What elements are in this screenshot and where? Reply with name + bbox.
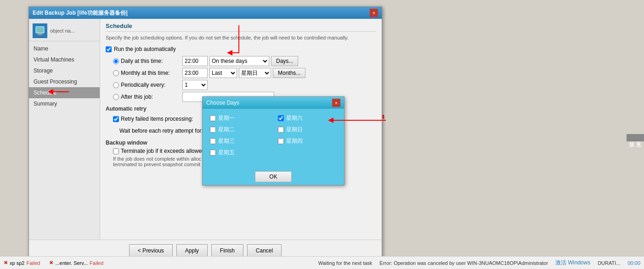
duration-label: DURATI... [598,260,620,266]
status-right: Waiting for the next task Error: Operati… [318,259,640,267]
day-input-星期日[interactable] [278,127,284,133]
day-checkbox-星期五: 星期五 [210,149,269,157]
nav-item-summary[interactable]: Summary [29,98,100,109]
activate-windows: 激活 Windows [555,259,590,267]
vm-label: object na... [50,28,75,34]
ok-button[interactable]: OK [255,171,292,182]
daily-radio[interactable] [113,58,119,64]
periodically-radio[interactable] [113,82,119,88]
day-label-星期日: 星期日 [286,126,303,134]
dialog-titlebar: Edit Backup Job [life功能服务器备份] × [29,7,382,19]
monthly-time-input[interactable] [182,68,208,78]
dialog-title: Edit Backup Job [life功能服务器备份] [33,9,128,17]
retry-failed-label: Retry failed items processing: [121,116,213,122]
monthly-label: Monthly at this time: [121,70,181,76]
retry-failed-checkbox[interactable] [113,116,119,122]
day-input-星期五[interactable] [210,150,216,156]
days-grid: 星期一星期六星期二星期日星期三星期四星期五 [210,114,337,157]
monthly-radio[interactable] [113,70,119,76]
choose-days-close-button[interactable]: × [332,99,340,107]
cancel-button[interactable]: Cancel [247,244,282,257]
periodically-value-select[interactable]: 1 [182,80,208,90]
nav-container: NameVirtual MachinesStorageGuest Process… [29,43,100,109]
svg-rect-5 [37,34,43,35]
daily-time-input[interactable] [182,56,208,66]
days-button[interactable]: Days... [271,56,298,66]
after-job-radio[interactable] [113,94,119,100]
day-label-星期一: 星期一 [218,114,235,122]
status-text-1: Failed [26,260,40,266]
periodically-label: Periodically every: [121,82,181,88]
choose-days-titlebar: Choose Days × [203,97,344,109]
status-error-icon-2: ✖ [49,260,53,266]
day-label-星期四: 星期四 [286,137,303,145]
terminate-checkbox[interactable] [113,148,119,154]
feedback-button[interactable]: 意见 反馈 [627,134,644,141]
day-input-星期六[interactable] [278,115,284,121]
day-input-星期一[interactable] [210,115,216,121]
daily-label: Daily at this time: [121,58,181,64]
finish-button[interactable]: Finish [211,244,243,257]
right-panel: 意见 反馈 [386,6,644,269]
monthly-option-select[interactable]: Last [209,68,237,78]
nav-item-virtual-machines[interactable]: Virtual Machines [29,54,100,65]
choose-days-body: 星期一星期六星期二星期日星期三星期四星期五 [203,109,344,168]
waiting-label: Waiting for the next task [318,260,373,266]
section-desc: Specify the job scheduling options. If y… [106,34,376,41]
periodically-row: Periodically every: 1 [113,80,376,90]
vm-icon [33,23,47,38]
day-checkbox-星期六: 星期六 [278,114,337,122]
day-checkbox-星期四: 星期四 [278,137,337,145]
choose-days-footer: OK [203,168,344,185]
dialog-close-button[interactable]: × [370,9,378,17]
day-label-星期二: 星期二 [218,126,235,134]
day-input-星期二[interactable] [210,127,216,133]
status-label-1: xp sp2 [10,260,24,266]
months-button[interactable]: Months... [273,68,305,78]
svg-rect-4 [38,33,42,34]
vm-header: object na... [29,21,100,41]
day-checkbox-星期一: 星期一 [210,114,269,122]
day-label-星期六: 星期六 [286,114,303,122]
choose-days-dialog: Choose Days × 星期一星期六星期二星期日星期三星期四星期五 OK [202,96,345,185]
day-checkbox-星期日: 星期日 [278,126,337,134]
status-text-2: Failed [90,260,103,266]
nav-item-storage[interactable]: Storage [29,65,100,76]
after-job-label: After this job: [121,94,181,100]
duration-value: 00:00 [627,260,640,266]
apply-button[interactable]: Apply [176,244,208,257]
day-checkbox-星期二: 星期二 [210,126,269,134]
left-nav: object na... NameVirtual MachinesStorage… [29,19,100,240]
day-checkbox-星期三: 星期三 [210,137,269,145]
nav-item-guest-processing[interactable]: Guest Processing [29,76,100,87]
status-item-2: ✖ ...enter. Serv... Failed [49,260,103,266]
previous-button[interactable]: < Previous [129,244,173,257]
run-automatically-row: Run the job automatically [106,46,376,52]
run-automatically-label: Run the job automatically [114,46,176,52]
monthly-row: Monthly at this time: Last 星期日 Months... [113,68,376,78]
status-item-1: ✖ xp sp2 Failed [4,260,40,266]
nav-item-schedule[interactable]: Schedule [29,87,100,98]
day-label-星期五: 星期五 [218,149,235,157]
on-these-days-select[interactable]: On these days [209,56,269,66]
status-error-icon-1: ✖ [4,260,8,266]
day-input-星期三[interactable] [210,138,216,144]
day-input-星期四[interactable] [278,138,284,144]
error-label: Error: Operation was canceled by user WI… [379,260,548,266]
monthly-day-select[interactable]: 星期日 [239,68,271,78]
daily-row: Daily at this time: On these days Days..… [113,56,376,66]
status-bar: ✖ xp sp2 Failed ✖ ...enter. Serv... Fail… [0,256,644,269]
run-automatically-checkbox[interactable] [106,46,112,52]
choose-days-title: Choose Days [206,100,239,106]
nav-item-name[interactable]: Name [29,43,100,54]
status-label-2: ...enter. Serv... [55,260,88,266]
section-header: Schedule [106,22,376,32]
wait-retry-label: Wait before each retry attempt for: [119,128,211,134]
day-label-星期三: 星期三 [218,137,235,145]
section-title: Schedule [106,22,132,29]
